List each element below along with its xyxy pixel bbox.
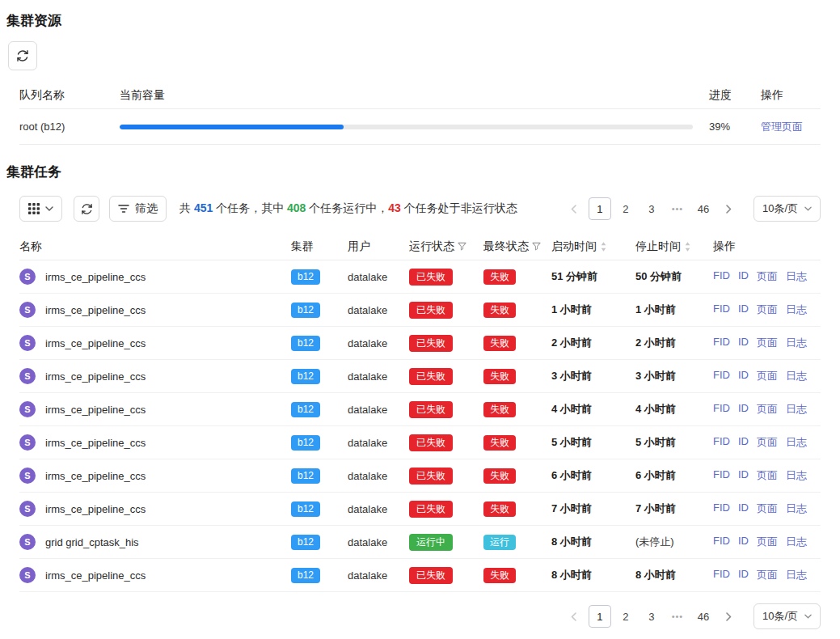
log-link[interactable]: 日志	[786, 303, 807, 317]
column-settings-button[interactable]	[19, 196, 62, 222]
page-size-select[interactable]: 10条/页	[753, 603, 821, 629]
page-link[interactable]: 页面	[757, 501, 778, 516]
page-link[interactable]: 页面	[757, 369, 778, 383]
run-status-badge: 已失败	[409, 567, 453, 584]
tasks-refresh-button[interactable]	[74, 196, 99, 222]
next-page-button[interactable]	[718, 197, 741, 220]
page-link[interactable]: 页面	[757, 568, 778, 582]
capacity-progress-fill	[120, 125, 344, 129]
summary-not-running-count: 43	[388, 201, 401, 214]
task-name: irms_ce_pipeline_ccs	[45, 337, 146, 349]
stop-time-sort-icon[interactable]	[684, 241, 691, 252]
col-user: 用户	[348, 239, 409, 254]
manage-page-link[interactable]: 管理页面	[761, 120, 821, 134]
fid-link[interactable]: FID	[713, 269, 730, 284]
final-status-badge: 失败	[483, 568, 516, 583]
start-time: 8 小时前	[551, 535, 635, 549]
page-size-value: 10条/页	[762, 201, 798, 216]
id-link[interactable]: ID	[738, 501, 749, 516]
cluster-badge: b12	[291, 435, 320, 451]
log-link[interactable]: 日志	[786, 435, 807, 450]
log-link[interactable]: 日志	[786, 369, 807, 383]
log-link[interactable]: 日志	[786, 535, 807, 549]
log-link[interactable]: 日志	[786, 501, 807, 516]
stop-time: 7 小时前	[635, 501, 713, 516]
page-button-2[interactable]: 2	[614, 605, 637, 628]
log-link[interactable]: 日志	[786, 336, 807, 350]
table-row: S irms_ce_pipeline_ccs b12 datalake 已失败 …	[19, 459, 821, 493]
row-ops: FIDID页面日志	[713, 269, 821, 284]
id-link[interactable]: ID	[738, 369, 749, 383]
cluster-resources-title: 集群资源	[0, 0, 840, 30]
page-ellipsis[interactable]: •••	[666, 605, 689, 628]
resources-refresh-button[interactable]	[8, 41, 37, 70]
cluster-badge: b12	[291, 468, 320, 484]
task-name: irms_ce_pipeline_ccs	[45, 271, 146, 283]
log-link[interactable]: 日志	[786, 402, 807, 417]
log-link[interactable]: 日志	[786, 468, 807, 483]
id-link[interactable]: ID	[738, 568, 749, 582]
summary-total-count: 451	[194, 201, 213, 214]
fid-link[interactable]: FID	[713, 336, 730, 350]
page-link[interactable]: 页面	[757, 535, 778, 549]
page-link[interactable]: 页面	[757, 336, 778, 350]
next-page-button[interactable]	[718, 605, 741, 628]
start-time-sort-icon[interactable]	[600, 241, 607, 252]
prev-page-button[interactable]	[563, 197, 585, 220]
cluster-badge: b12	[291, 269, 320, 285]
fid-link[interactable]: FID	[713, 535, 730, 549]
page-button-last[interactable]: 46	[692, 197, 715, 220]
col-name: 名称	[19, 239, 291, 254]
cluster-badge: b12	[291, 568, 320, 583]
prev-page-button[interactable]	[563, 605, 585, 628]
page-link[interactable]: 页面	[757, 468, 778, 483]
task-name: irms_ce_pipeline_ccs	[45, 404, 146, 416]
row-ops: FIDID页面日志	[713, 402, 821, 417]
fid-link[interactable]: FID	[713, 468, 730, 483]
fid-link[interactable]: FID	[713, 303, 730, 317]
final-status-badge: 运行	[483, 535, 516, 550]
page-link[interactable]: 页面	[757, 435, 778, 450]
start-time: 4 小时前	[551, 402, 635, 417]
log-link[interactable]: 日志	[786, 269, 807, 284]
page-button-3[interactable]: 3	[640, 197, 663, 220]
fid-link[interactable]: FID	[713, 369, 730, 383]
id-link[interactable]: ID	[738, 535, 749, 549]
final-status-filter-icon[interactable]	[532, 242, 541, 251]
id-link[interactable]: ID	[738, 303, 749, 317]
resource-row: root (b12) 39% 管理页面	[19, 109, 821, 145]
final-status-badge: 失败	[483, 435, 516, 451]
fid-link[interactable]: FID	[713, 501, 730, 516]
id-link[interactable]: ID	[738, 336, 749, 350]
id-link[interactable]: ID	[738, 402, 749, 417]
id-link[interactable]: ID	[738, 269, 749, 284]
id-link[interactable]: ID	[738, 468, 749, 483]
id-link[interactable]: ID	[738, 435, 749, 450]
filter-button[interactable]: 筛选	[109, 196, 167, 222]
fid-link[interactable]: FID	[713, 402, 730, 417]
user-name: datalake	[348, 304, 409, 316]
stop-time: 8 小时前	[635, 568, 713, 582]
page-link[interactable]: 页面	[757, 303, 778, 317]
table-row: S irms_ce_pipeline_ccs b12 datalake 已失败 …	[19, 393, 821, 426]
start-time: 7 小时前	[551, 501, 635, 516]
page-button-1[interactable]: 1	[589, 197, 611, 220]
fid-link[interactable]: FID	[713, 435, 730, 450]
page-button-last[interactable]: 46	[692, 605, 715, 628]
log-link[interactable]: 日志	[786, 568, 807, 582]
stop-time: 2 小时前	[635, 336, 713, 350]
page-link[interactable]: 页面	[757, 402, 778, 417]
start-time: 3 小时前	[551, 369, 635, 383]
page-button-2[interactable]: 2	[614, 197, 637, 220]
user-name: datalake	[348, 437, 409, 449]
run-status-filter-icon[interactable]	[458, 242, 466, 251]
page-ellipsis[interactable]: •••	[666, 197, 689, 220]
page-size-select[interactable]: 10条/页	[753, 196, 821, 222]
resources-table: 队列名称 当前容量 进度 操作 root (b12) 39% 管理页面	[19, 82, 821, 145]
filter-lines-icon	[118, 204, 129, 214]
page-button-3[interactable]: 3	[640, 605, 663, 628]
page-link[interactable]: 页面	[757, 269, 778, 284]
fid-link[interactable]: FID	[713, 568, 730, 582]
task-name: grid grid_cptask_his	[45, 536, 139, 548]
page-button-1[interactable]: 1	[589, 605, 611, 628]
